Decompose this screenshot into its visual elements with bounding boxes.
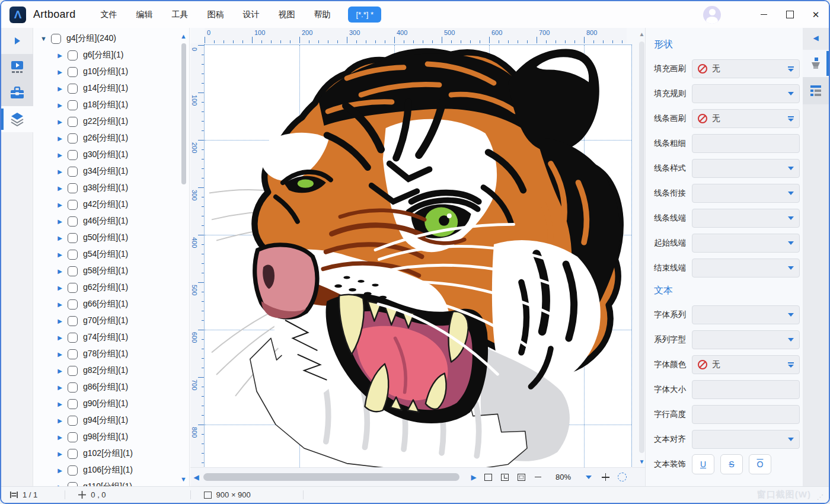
caret-right-icon[interactable]: ▶ [57,102,63,109]
close-button[interactable]: ✕ [803,5,829,25]
layer-checkbox[interactable] [68,283,78,293]
layers-scroll-up-icon[interactable]: ▲ [180,33,187,40]
caret-right-icon[interactable]: ▶ [57,318,63,324]
layer-checkbox[interactable] [68,84,78,94]
layer-checkbox[interactable] [68,216,78,227]
chevron-down-icon[interactable] [788,216,794,220]
menu-item[interactable]: 编辑 [126,6,162,24]
chevron-down-icon[interactable] [788,266,794,270]
property-input[interactable] [692,134,800,153]
layer-checkbox[interactable] [68,67,78,77]
layer-row[interactable]: ▶g58[分组](1) [33,263,189,279]
scroll-right-icon[interactable]: ▶ [468,473,480,481]
layer-row[interactable]: ▶g74[分组](1) [33,329,189,346]
toolbox-tool-button[interactable] [1,80,33,106]
caret-right-icon[interactable]: ▶ [57,368,63,374]
caret-right-icon[interactable]: ▶ [57,268,63,275]
layer-checkbox[interactable] [68,100,78,110]
layer-row[interactable]: ▶g86[分组](1) [33,379,189,395]
property-dropdown[interactable] [692,184,800,203]
layer-checkbox[interactable] [68,482,78,487]
property-dropdown[interactable] [692,209,800,228]
caret-right-icon[interactable]: ▶ [57,285,63,291]
layer-row[interactable]: ▶g22[分组](1) [33,113,189,130]
caret-right-icon[interactable]: ▶ [57,119,63,125]
menu-item[interactable]: 帮助 [304,6,340,24]
layer-checkbox[interactable] [68,150,78,160]
layer-checkbox[interactable] [68,399,78,409]
fit-page-button[interactable] [496,470,513,485]
maximize-button[interactable] [777,5,803,25]
select-tool-button[interactable] [1,28,33,54]
layer-checkbox[interactable] [68,382,78,393]
layer-row[interactable]: ▶g46[分组](1) [33,213,189,229]
layer-checkbox[interactable] [68,117,78,127]
caret-right-icon[interactable]: ▶ [57,467,63,474]
layer-row[interactable]: ▶g54[分组](1) [33,246,189,263]
chevron-down-icon[interactable] [788,313,794,317]
layer-row[interactable]: ▶g82[分组](1) [33,362,189,379]
caret-right-icon[interactable]: ▶ [57,69,63,75]
artboards-tool-button[interactable] [1,54,33,80]
user-avatar[interactable] [703,6,721,24]
layer-checkbox[interactable] [68,50,78,60]
layer-row[interactable]: ▶g14[分组](1) [33,80,189,97]
menu-item[interactable]: 图稿 [197,6,233,24]
caret-down-icon[interactable]: ▼ [40,35,46,42]
collapse-panel-icon[interactable]: ◀ [803,34,829,42]
caret-right-icon[interactable]: ▶ [57,52,63,59]
brush-dropdown-icon[interactable] [788,116,794,122]
caret-right-icon[interactable]: ▶ [57,384,63,391]
property-input[interactable] [692,380,800,399]
brush-dropdown-icon[interactable] [788,362,794,368]
layer-checkbox[interactable] [51,34,61,44]
layer-row[interactable]: ▶g26[分组](1) [33,130,189,146]
layer-row[interactable]: ▶g94[分组](1) [33,412,189,429]
caret-right-icon[interactable]: ▶ [57,351,63,358]
layer-checkbox[interactable] [68,299,78,310]
caret-right-icon[interactable]: ▶ [57,235,63,241]
layer-checkbox[interactable] [68,200,78,210]
layer-row[interactable]: ▶g10[分组](1) [33,63,189,80]
caret-right-icon[interactable]: ▶ [57,135,63,142]
chevron-down-icon[interactable] [788,167,794,170]
artboard[interactable] [205,45,631,472]
layer-checkbox[interactable] [68,250,78,260]
caret-right-icon[interactable]: ▶ [57,401,63,407]
layer-row[interactable]: ▶g62[分组](1) [33,279,189,296]
layer-checkbox[interactable] [68,266,78,276]
property-dropdown[interactable] [692,305,800,324]
layer-root-row[interactable]: ▼ g4[分组](240) [33,30,189,47]
canvas-viewport[interactable]: 0100200300400500600700800 01002003004005… [190,28,647,486]
caret-right-icon[interactable]: ▶ [57,202,63,208]
chevron-down-icon[interactable] [788,241,794,245]
horizontal-scroll-thumb[interactable] [203,473,459,481]
property-input[interactable] [692,405,800,424]
text-strike-button[interactable]: S [720,454,743,474]
layer-row[interactable]: ▶g90[分组](1) [33,395,189,412]
caret-right-icon[interactable]: ▶ [57,185,63,192]
layer-checkbox[interactable] [68,333,78,343]
layer-row[interactable]: ▶g30[分组](1) [33,146,189,163]
chevron-down-icon[interactable] [788,192,794,195]
layer-checkbox[interactable] [68,233,78,243]
layer-checkbox[interactable] [68,432,78,442]
property-dropdown[interactable] [692,430,800,449]
layer-checkbox[interactable] [68,449,78,459]
pan-mode-button[interactable] [614,470,630,485]
layer-checkbox[interactable] [68,416,78,426]
layer-row[interactable]: ▶g34[分组](1) [33,163,189,180]
layer-row[interactable]: ▶g70[分组](1) [33,312,189,329]
layer-row[interactable]: ▶g6[分组](1) [33,47,189,63]
menu-item[interactable]: 工具 [162,6,197,24]
chevron-down-icon[interactable] [788,92,794,95]
document-tab[interactable]: [*.*] * [348,7,381,23]
property-dropdown[interactable] [692,330,800,349]
layer-row[interactable]: ▶g42[分组](1) [33,196,189,213]
caret-right-icon[interactable]: ▶ [57,451,63,457]
layer-row[interactable]: ▶g106[分组](1) [33,462,189,479]
layer-checkbox[interactable] [68,183,78,193]
caret-right-icon[interactable]: ▶ [57,85,63,92]
property-dropdown[interactable]: 无 [692,59,800,78]
layer-row[interactable]: ▶g98[分组](1) [33,429,189,445]
